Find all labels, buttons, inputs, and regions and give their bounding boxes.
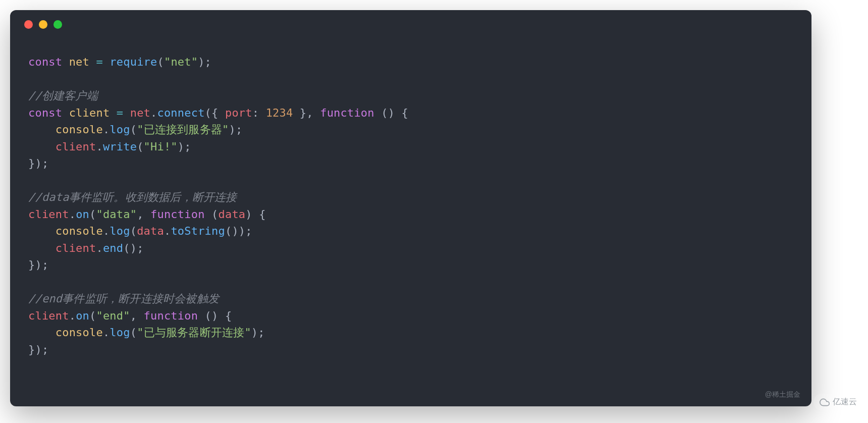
code-token [28,140,56,153]
code-line: }); [28,155,793,172]
code-token: "end" [96,309,130,322]
code-line: console.log("已连接到服务器"); [28,121,793,138]
code-token: . [96,140,102,153]
code-token: ( [89,208,96,221]
code-token: on [76,208,89,221]
code-line: console.log(data.toString()); [28,223,793,240]
cloud-icon [820,397,830,407]
code-token: . [103,326,110,339]
code-token: 1234 [266,107,293,119]
close-icon[interactable] [24,20,33,29]
code-token: "data" [96,208,137,221]
code-line: client.write("Hi!"); [28,138,793,155]
code-token: port [225,107,252,119]
code-token: ( [130,123,137,136]
code-token [28,123,56,136]
code-window: const net = require("net"); //创建客户端const… [10,10,811,406]
code-token: net [130,107,150,119]
code-token: toString [171,225,225,237]
code-token: ( [157,56,164,68]
code-token: const [28,56,69,68]
code-token: ) { [245,208,265,221]
code-token: "已与服务器断开连接" [137,326,251,339]
code-token: , [137,208,150,221]
code-token: client [56,140,96,153]
code-line: console.log("已与服务器断开连接"); [28,324,793,341]
code-token: ( [211,208,218,221]
code-token: log [110,225,130,237]
code-token: ( [89,309,96,322]
code-token [28,225,56,237]
code-line: }); [28,341,793,358]
code-token: : [252,107,266,119]
code-token: }); [28,343,48,356]
code-token: "已连接到服务器" [137,123,229,136]
code-token: function [150,208,211,221]
code-token: client [28,309,69,322]
code-line: const client = net.connect({ port: 1234 … [28,104,793,122]
code-token: . [69,309,76,322]
code-token: data [219,208,246,221]
code-token: ); [229,123,242,136]
code-token: console [56,123,103,136]
code-token: end [103,242,123,254]
code-token: const [28,107,69,119]
code-token: }, [293,107,320,119]
code-token: ); [198,56,211,68]
code-token [28,242,56,254]
yisu-watermark: 亿速云 [813,394,863,410]
code-token: ( [130,225,137,237]
code-token: = [110,107,130,119]
code-token: console [56,225,103,237]
code-token: write [103,140,137,153]
code-token: connect [157,107,204,119]
code-line: }); [28,256,793,274]
code-token: . [103,225,110,237]
code-token: . [164,225,171,237]
code-token: . [96,242,102,254]
maximize-icon[interactable] [53,20,62,29]
code-line: client.on("end", function () { [28,307,793,325]
page-wrap: const net = require("net"); //创建客户端const… [0,0,868,423]
code-token: . [69,208,76,221]
code-token: . [150,107,157,119]
code-token: console [56,326,103,339]
window-title-bar [10,10,811,38]
code-token: log [110,326,130,339]
code-token: }); [28,258,48,271]
code-line [28,274,793,291]
code-token: //end事件监听，断开连接时会被触发 [28,292,219,305]
code-token: require [110,56,157,68]
code-token: client [69,107,110,119]
code-token: (); [123,242,143,254]
code-token: ( [130,326,137,339]
code-token: () { [381,107,408,119]
code-line: const net = require("net"); [28,54,793,71]
code-token: ); [251,326,265,339]
code-token: ( [137,140,143,153]
code-token: on [76,309,89,322]
code-token: = [89,56,110,68]
code-token: function [320,107,381,119]
code-token: "Hi!" [144,140,178,153]
code-token: ); [178,140,191,153]
minimize-icon[interactable] [39,20,47,29]
code-line [28,71,793,88]
code-token: () { [205,309,232,322]
code-token: "net" [164,56,198,68]
code-line: //end事件监听，断开连接时会被触发 [28,290,793,307]
code-token [28,326,56,339]
code-token: data [137,225,164,237]
juejin-watermark: @稀土掘金 [765,390,800,399]
code-line: client.on("data", function (data) { [28,206,793,223]
yisu-label: 亿速云 [833,397,857,407]
code-token: client [28,208,69,221]
code-token: function [144,309,205,322]
code-line [28,172,793,189]
code-content: const net = require("net"); //创建客户端const… [10,38,811,368]
code-token: //创建客户端 [28,89,98,102]
code-token: . [103,123,110,136]
code-line: //data事件监听。收到数据后，断开连接 [28,189,793,206]
code-token: ()); [225,225,252,237]
code-token: client [56,242,96,254]
